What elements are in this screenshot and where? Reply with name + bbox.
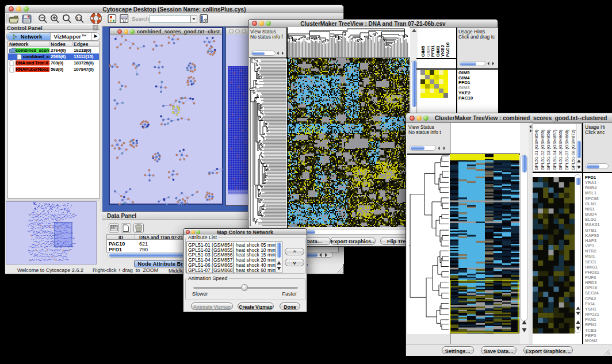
svg-text:GPL51-04 (GSM857): GPL51-04 (GSM857)	[552, 129, 557, 170]
svg-text:GPL51-03 (GSM856): GPL51-03 (GSM856)	[546, 129, 551, 170]
svg-text:1:1: 1:1	[76, 17, 81, 20]
svg-text:GPL51-08 (GSM872): GPL51-08 (GSM872)	[571, 129, 576, 170]
svg-text:GPL51-06 (GSM865): GPL51-06 (GSM865)	[558, 129, 563, 170]
svg-text:GPL51-02 (GSM855): GPL51-02 (GSM855)	[540, 129, 545, 170]
svg-text:PAC10: PAC10	[445, 42, 450, 57]
svg-text:GPL51-01 (GSM854): GPL51-01 (GSM854)	[534, 129, 539, 170]
svg-text:GPL51-07 (GSM868): GPL51-07 (GSM868)	[564, 129, 569, 170]
svg-text:Search:: Search:	[132, 16, 151, 22]
